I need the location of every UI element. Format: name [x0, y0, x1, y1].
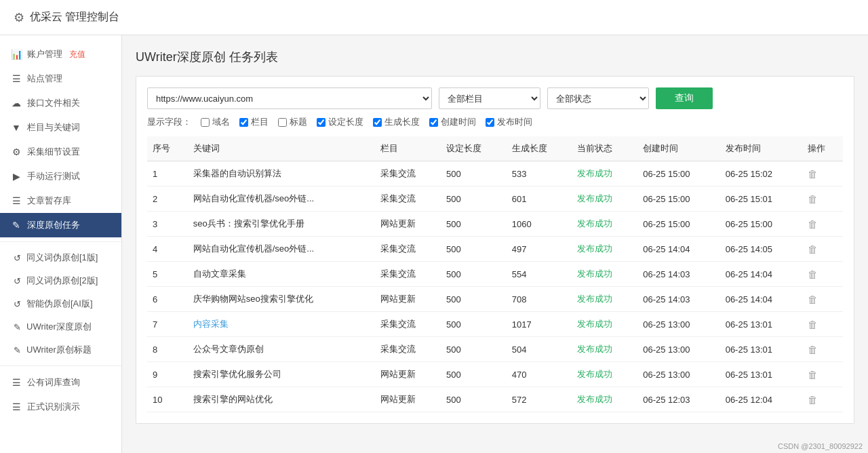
col-create-time: 创建时间	[637, 136, 719, 161]
sidebar-item-site[interactable]: ☰ 站点管理	[0, 66, 121, 91]
cell-column: 采集交流	[375, 337, 441, 362]
keyword-text[interactable]: 内容采集	[193, 319, 229, 329]
delete-button[interactable]: 🗑	[808, 168, 818, 180]
keyword-text: 自动文章采集	[193, 269, 246, 279]
delete-button[interactable]: 🗑	[808, 218, 818, 230]
status-select[interactable]: 全部状态	[547, 87, 649, 109]
cell-gen-len: 601	[507, 186, 572, 212]
field-create-time[interactable]: 创建时间	[429, 116, 476, 128]
site-url-select[interactable]: https://www.ucaiyun.com	[147, 87, 432, 109]
field-gen-length[interactable]: 生成长度	[373, 116, 420, 128]
sidebar-item-account[interactable]: 📊 账户管理 充值	[0, 42, 121, 66]
sidebar-label-uwriter-title: UWriter原创标题	[26, 344, 92, 356]
column-checkbox[interactable]	[239, 118, 248, 127]
create-time-checkbox[interactable]	[429, 118, 438, 127]
sidebar-item-synonym-v1[interactable]: ↺ 同义词伪原创[1版]	[0, 246, 121, 269]
cell-column: 网站更新	[375, 212, 441, 237]
sidebar-label-synonym-v1: 同义词伪原创[1版]	[26, 252, 98, 264]
delete-button[interactable]: 🗑	[808, 294, 818, 305]
delete-button[interactable]: 🗑	[808, 344, 818, 355]
sidebar-label-article-cache: 文章暂存库	[27, 195, 71, 207]
sidebar-label-synonym-v2: 同义词伪原创[2版]	[26, 275, 98, 287]
cell-action: 🗑	[802, 337, 843, 362]
query-button[interactable]: 查询	[656, 87, 713, 109]
field-domain[interactable]: 域名	[201, 116, 230, 128]
table-row: 3 seo兵书：搜索引擎优化手册 网站更新 500 1060 发布成功 06-2…	[147, 212, 843, 237]
cell-seq: 7	[147, 312, 188, 337]
delete-button[interactable]: 🗑	[808, 319, 818, 330]
sidebar-item-manual-run[interactable]: ▶ 手动运行测试	[0, 164, 121, 189]
content-box: https://www.ucaiyun.com 全部栏目 全部状态 查询 显示字…	[136, 76, 854, 424]
sidebar-label-ai-original: 智能伪原创[AI版]	[26, 298, 93, 310]
set-length-checkbox[interactable]	[317, 118, 326, 127]
sidebar-item-synonym-v2[interactable]: ↺ 同义词伪原创[2版]	[0, 269, 121, 292]
sidebar-item-uwriter-deep[interactable]: ✎ UWriter深度原创	[0, 315, 121, 338]
cell-column: 采集交流	[375, 262, 441, 287]
gen-length-checkbox[interactable]	[373, 118, 382, 127]
cell-publish-time: 06-25 15:02	[720, 161, 802, 186]
table-row: 1 采集器的自动识别算法 采集交流 500 533 发布成功 06-25 15:…	[147, 161, 843, 186]
cell-publish-time: 06-25 12:04	[720, 387, 802, 412]
sidebar-item-collection-detail[interactable]: ⚙ 采集细节设置	[0, 140, 121, 164]
sidebar-item-column[interactable]: ▼ 栏目与关键词	[0, 115, 121, 140]
cell-keyword: 自动文章采集	[188, 262, 376, 287]
sidebar-item-ai-original[interactable]: ↺ 智能伪原创[AI版]	[0, 292, 121, 315]
domain-checkbox[interactable]	[201, 118, 210, 127]
cell-set-len: 500	[441, 337, 507, 362]
status-badge: 发布成功	[577, 294, 612, 304]
column-select[interactable]: 全部栏目	[439, 87, 540, 109]
cell-action: 🗑	[802, 262, 843, 287]
cell-keyword: 内容采集	[188, 312, 376, 337]
cell-status: 发布成功	[572, 186, 637, 212]
delete-button[interactable]: 🗑	[808, 369, 818, 380]
page-title: UWriter深度原创 任务列表	[136, 49, 854, 65]
cell-set-len: 500	[441, 387, 507, 412]
delete-button[interactable]: 🗑	[808, 269, 818, 280]
col-status: 当前状态	[572, 136, 637, 161]
title-checkbox[interactable]	[278, 118, 287, 127]
cell-publish-time: 06-25 13:01	[720, 312, 802, 337]
cell-publish-time: 06-25 15:00	[720, 212, 802, 237]
cell-publish-time: 06-25 14:05	[720, 237, 802, 262]
cell-create-time: 06-25 13:00	[637, 362, 719, 387]
field-publish-time[interactable]: 发布时间	[486, 116, 532, 128]
status-badge: 发布成功	[577, 319, 612, 329]
col-column: 栏目	[375, 136, 441, 161]
cell-create-time: 06-25 14:03	[637, 262, 719, 287]
field-set-length[interactable]: 设定长度	[317, 116, 363, 128]
sidebar-label-interface: 接口文件相关	[27, 97, 80, 109]
cell-gen-len: 504	[507, 337, 572, 362]
cell-set-len: 500	[441, 287, 507, 312]
cell-status: 发布成功	[572, 262, 637, 287]
sidebar-label-column: 栏目与关键词	[27, 121, 80, 134]
refresh-icon-2: ↺	[14, 276, 21, 286]
recharge-badge: 充值	[69, 49, 85, 60]
field-column[interactable]: 栏目	[239, 116, 269, 128]
col-keyword: 关键词	[188, 136, 376, 161]
filter-row: https://www.ucaiyun.com 全部栏目 全部状态 查询	[147, 87, 843, 109]
cell-column: 采集交流	[375, 186, 441, 212]
delete-button[interactable]: 🗑	[808, 193, 818, 205]
sidebar-item-interface[interactable]: ☁ 接口文件相关	[0, 91, 121, 115]
display-fields-row: 显示字段： 域名 栏目 标题 设定长度	[147, 116, 843, 128]
header-title: ⚙ 优采云 管理控制台	[14, 10, 119, 25]
sidebar-divider-2	[0, 366, 121, 366]
delete-button[interactable]: 🗑	[808, 394, 818, 406]
table-row: 5 自动文章采集 采集交流 500 554 发布成功 06-25 14:03 0…	[147, 262, 843, 287]
sidebar-item-identity[interactable]: ☰ 正式识别演示	[0, 395, 121, 419]
sidebar-item-public-words[interactable]: ☰ 公有词库查询	[0, 370, 121, 395]
sidebar-item-uwriter-title[interactable]: ✎ UWriter原创标题	[0, 338, 121, 361]
cell-set-len: 500	[441, 212, 507, 237]
cell-status: 发布成功	[572, 362, 637, 387]
sidebar-item-article-cache[interactable]: ☰ 文章暂存库	[0, 189, 121, 213]
field-title[interactable]: 标题	[278, 116, 307, 128]
cell-gen-len: 470	[507, 362, 572, 387]
refresh-icon-1: ↺	[14, 253, 21, 263]
publish-time-checkbox[interactable]	[486, 118, 494, 127]
cell-action: 🗑	[802, 387, 843, 412]
cell-seq: 4	[147, 237, 188, 262]
sidebar-item-deep-original[interactable]: ✎ 深度原创任务	[0, 213, 121, 237]
cell-set-len: 500	[441, 262, 507, 287]
sidebar-label-uwriter-deep: UWriter深度原创	[26, 321, 92, 333]
delete-button[interactable]: 🗑	[808, 243, 818, 255]
